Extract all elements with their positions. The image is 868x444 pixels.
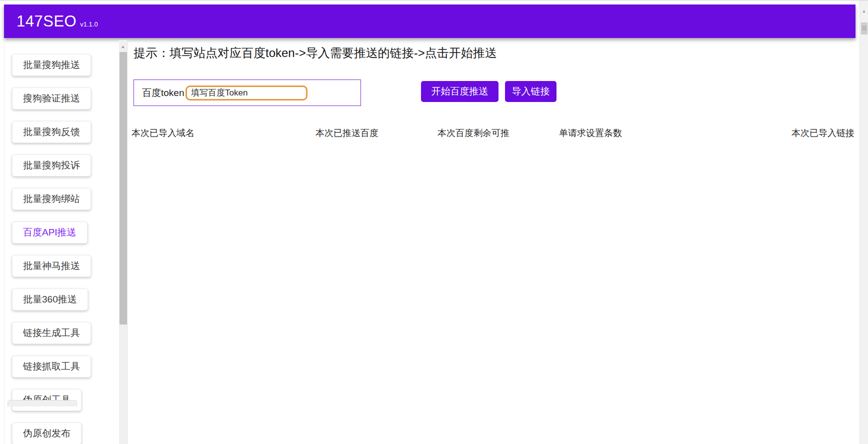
column-header-imported-links: 本次已导入链接 xyxy=(792,127,854,139)
app-header: 147SEO v1.1.0 xyxy=(4,4,856,38)
table-header-row: 本次已导入域名 本次已推送百度 本次百度剩余可推 单请求设置条数 本次已导入链接 xyxy=(131,127,860,140)
sidebar-item[interactable]: 批量搜狗反馈 xyxy=(12,121,91,143)
sidebar-item[interactable]: 百度API推送 xyxy=(12,222,88,244)
sidebar-item[interactable]: 批量搜狗绑站 xyxy=(12,188,91,210)
sidebar-item[interactable]: 伪原创发布 xyxy=(12,422,82,444)
start-baidu-push-button[interactable]: 开始百度推送 xyxy=(421,81,498,102)
column-header-baidu-remaining: 本次百度剩余可推 xyxy=(438,127,510,139)
import-links-button[interactable]: 导入链接 xyxy=(505,81,556,102)
sidebar-item[interactable]: 批量神马推送 xyxy=(12,255,91,277)
column-header-imported-domains: 本次已导入域名 xyxy=(132,127,194,139)
main-content: 提示：填写站点对应百度token->导入需要推送的链接->点击开始推送 百度to… xyxy=(131,40,860,444)
scrollbar-grip-icon xyxy=(862,26,866,31)
table-body-empty xyxy=(131,142,860,444)
sidebar-item[interactable]: 链接抓取工具 xyxy=(12,356,91,378)
page-scrollbar-thumb[interactable] xyxy=(861,22,868,34)
token-input[interactable] xyxy=(186,86,308,100)
sidebar-scrollbar-thumb[interactable] xyxy=(120,52,127,324)
sidebar-item[interactable]: 批量360推送 xyxy=(12,288,88,310)
column-header-per-request-count: 单请求设置条数 xyxy=(559,127,622,139)
scroll-up-icon[interactable]: ▲ xyxy=(860,8,868,14)
sidebar-item[interactable]: 批量搜狗投诉 xyxy=(12,154,91,176)
sidebar-item[interactable]: 批量搜狗推送 xyxy=(12,54,91,76)
column-header-pushed-baidu: 本次已推送百度 xyxy=(316,127,378,139)
scroll-up-icon[interactable]: ▲ xyxy=(119,44,127,50)
sidebar-item[interactable]: 搜狗验证推送 xyxy=(12,88,91,110)
sidebar-item[interactable]: 链接生成工具 xyxy=(12,322,91,344)
sidebar: 批量搜狗推送 搜狗验证推送 批量搜狗反馈 批量搜狗投诉 批量搜狗绑站 百度API… xyxy=(4,40,119,444)
page-scrollbar[interactable]: ▲ xyxy=(860,0,868,444)
hint-text: 提示：填写站点对应百度token->导入需要推送的链接->点击开始推送 xyxy=(134,45,497,61)
sidebar-scrollbar[interactable]: ▲ xyxy=(119,40,128,444)
sidebar-item-partial[interactable] xyxy=(8,400,77,406)
token-label: 百度token xyxy=(142,80,184,106)
app-version: v1.1.0 xyxy=(80,20,98,28)
token-box: 百度token xyxy=(134,80,361,106)
app-title: 147SEO xyxy=(16,12,76,30)
